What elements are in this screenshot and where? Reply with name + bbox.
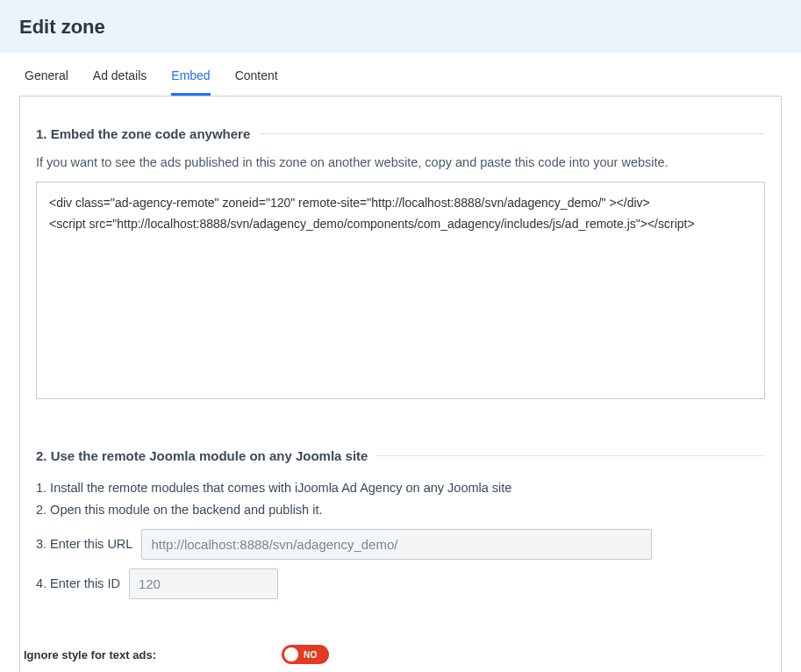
tab-ad-details[interactable]: Ad details bbox=[93, 68, 147, 96]
embed-panel: 1. Embed the zone code anywhere If you w… bbox=[19, 96, 782, 672]
remote-url-input[interactable] bbox=[141, 529, 652, 560]
page-title: Edit zone bbox=[19, 16, 782, 39]
remote-id-input[interactable] bbox=[129, 568, 278, 599]
step-3-label: 3. Enter this URL bbox=[36, 533, 132, 555]
section1-desc: If you want to see the ads published in … bbox=[36, 155, 765, 169]
embed-code-section: 1. Embed the zone code anywhere If you w… bbox=[36, 126, 765, 403]
ignore-style-row: Ignore style for text ads: NO bbox=[24, 645, 765, 664]
divider bbox=[259, 133, 765, 134]
divider bbox=[376, 455, 765, 456]
tab-content[interactable]: Content bbox=[235, 68, 278, 96]
section1-title: 1. Embed the zone code anywhere bbox=[36, 126, 250, 141]
section2-title: 2. Use the remote Joomla module on any J… bbox=[36, 448, 368, 463]
ignore-style-toggle[interactable]: NO bbox=[282, 645, 329, 664]
toggle-knob bbox=[284, 647, 298, 661]
tabs-bar: General Ad details Embed Content bbox=[0, 53, 801, 96]
remote-module-section: 2. Use the remote Joomla module on any J… bbox=[36, 448, 765, 599]
ignore-style-label: Ignore style for text ads: bbox=[24, 648, 282, 661]
step-2: 2. Open this module on the backend and p… bbox=[36, 499, 765, 521]
step-4-label: 4. Enter this ID bbox=[36, 573, 120, 595]
embed-code-textarea[interactable] bbox=[36, 182, 765, 399]
page-header: Edit zone bbox=[0, 0, 801, 53]
tab-embed[interactable]: Embed bbox=[171, 68, 210, 96]
toggle-state-text: NO bbox=[304, 650, 318, 660]
step-1: 1. Install the remote modules that comes… bbox=[36, 477, 765, 499]
tab-general[interactable]: General bbox=[25, 68, 68, 96]
